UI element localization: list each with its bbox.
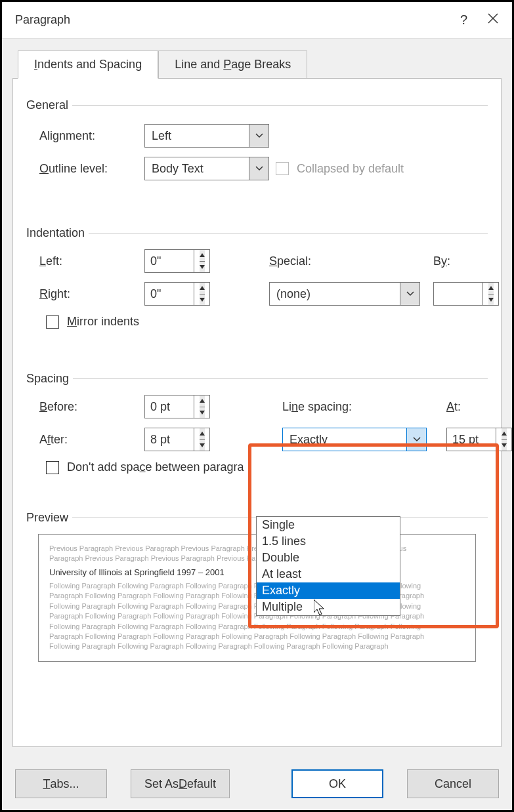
paragraph-dialog: Paragraph ? Indents and Spacing Line and… [2,2,512,810]
section-header-label: Preview [26,511,68,525]
title-bar: Paragraph ? [2,2,512,39]
dropdown-item-15lines[interactable]: 1.5 lines [257,533,400,550]
before-spin[interactable]: 0 pt [144,395,210,418]
button-bar: Tabs... Set As Default OK Cancel [15,769,499,798]
preview-text: Paragraph Following Paragraph Following … [49,632,465,641]
dropdown-item-single[interactable]: Single [257,517,400,533]
spin-up-icon[interactable] [488,283,494,294]
special-label: Special: [269,254,420,268]
after-spin[interactable]: 8 pt [144,428,210,451]
spin-up-icon[interactable] [200,250,205,262]
section-header-label: Indentation [26,226,85,240]
indent-right-spin[interactable]: 0" [144,282,210,306]
dropdown-item-atleast[interactable]: At least [257,566,400,582]
svg-marker-3 [200,265,205,269]
tabs-button[interactable]: Tabs... [15,769,107,798]
content-panel: General Alignment: Left Outline level: B… [12,78,502,747]
special-value: (none) [270,287,400,301]
spin-down-icon[interactable] [502,440,507,451]
line-spacing-dropdown[interactable]: Single 1.5 lines Double At least Exactly… [256,516,400,616]
by-label: By: [433,254,514,268]
indent-left-label: Left: [39,254,144,268]
chevron-down-icon[interactable] [249,125,268,147]
ok-button[interactable]: OK [291,769,383,798]
after-label: After: [39,433,144,447]
collapsed-checkbox [276,162,289,175]
svg-marker-5 [200,298,205,302]
svg-marker-9 [200,411,205,415]
spin-buttons[interactable] [194,428,209,451]
indent-left-spin[interactable]: 0" [144,249,210,273]
spin-down-icon[interactable] [200,262,205,273]
section-general: General [26,98,488,112]
dont-add-space-checkbox[interactable] [46,461,59,474]
spin-up-icon[interactable] [200,396,205,407]
alignment-combo[interactable]: Left [144,124,269,148]
dropdown-item-double[interactable]: Double [257,550,400,566]
section-header-label: General [26,98,68,112]
spin-down-icon[interactable] [200,407,205,418]
svg-marker-12 [502,432,507,436]
divider [89,233,488,233]
alignment-label: Alignment: [39,129,144,143]
spin-up-icon[interactable] [200,283,205,294]
outline-label: Outline level: [39,162,144,176]
tab-indents-spacing[interactable]: Indents and Spacing [18,51,158,79]
svg-marker-10 [200,432,205,436]
at-spin[interactable]: 15 pt [446,428,512,451]
dropdown-item-exactly[interactable]: Exactly [257,582,400,599]
before-label: Before: [39,400,144,414]
spin-buttons[interactable] [482,283,498,305]
chevron-down-icon[interactable] [400,283,419,305]
section-header-label: Spacing [26,372,69,386]
outline-value: Body Text [145,162,249,176]
preview-text: Following Paragraph Following Paragraph … [49,641,465,651]
indent-left-value: 0" [145,254,194,268]
special-combo[interactable]: (none) [269,282,420,306]
spin-buttons[interactable] [496,428,511,451]
before-value: 0 pt [145,400,194,414]
svg-marker-11 [200,443,205,447]
cancel-button[interactable]: Cancel [407,769,499,798]
after-value: 8 pt [145,433,194,447]
spin-up-icon[interactable] [200,428,205,440]
spin-down-icon[interactable] [200,294,205,306]
line-spacing-label: Line spacing: [282,400,427,414]
divider [73,378,488,379]
outline-combo[interactable]: Body Text [144,157,269,180]
help-icon[interactable]: ? [460,12,467,28]
by-spin[interactable] [433,282,499,306]
set-default-button[interactable]: Set As Default [131,769,230,798]
spin-buttons[interactable] [194,250,209,272]
section-spacing: Spacing [26,372,488,386]
dont-add-space-label: Don't add space between paragra [67,460,244,474]
chevron-down-icon[interactable] [249,157,268,180]
collapsed-label: Collapsed by default [297,162,404,176]
svg-marker-7 [488,298,494,302]
close-icon[interactable] [487,12,499,28]
divider [72,105,488,106]
window-controls: ? [460,12,499,28]
svg-marker-6 [488,286,494,290]
tabs-row: Indents and Spacing Line and Page Breaks [2,39,512,79]
chevron-down-icon[interactable] [406,428,426,451]
spin-down-icon[interactable] [200,440,205,451]
svg-marker-13 [502,443,507,447]
indent-right-value: 0" [145,287,194,301]
alignment-value: Left [145,129,249,143]
spin-up-icon[interactable] [502,428,507,440]
spin-buttons[interactable] [194,396,209,418]
line-spacing-combo[interactable]: Exactly [282,428,427,451]
mirror-indents-checkbox[interactable] [46,315,59,329]
dialog-title: Paragraph [15,13,70,27]
at-value: 15 pt [447,433,496,447]
at-label: At: [446,400,514,414]
tab-line-page-breaks[interactable]: Line and Page Breaks [158,51,307,79]
line-spacing-value: Exactly [283,433,406,447]
spin-buttons[interactable] [194,283,209,305]
preview-text: Following Paragraph Following Paragraph … [49,622,465,632]
section-indentation: Indentation [26,226,488,240]
svg-marker-2 [200,253,205,257]
dropdown-item-multiple[interactable]: Multiple [257,599,400,615]
spin-down-icon[interactable] [488,294,494,306]
